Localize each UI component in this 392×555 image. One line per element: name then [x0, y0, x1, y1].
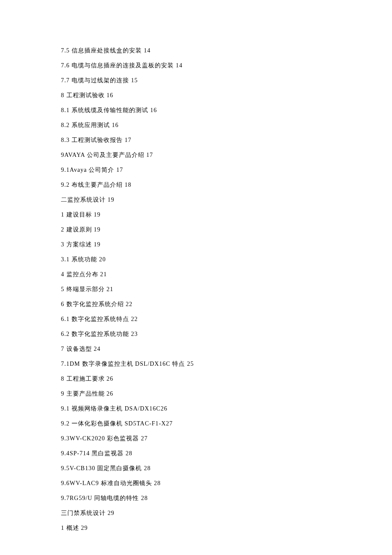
toc-entry: 9.3WV-CK2020 彩色监视器 27: [61, 436, 334, 442]
toc-entry: 6.2 数字化监控系统功能 23: [61, 331, 334, 337]
toc-entry: 7.5 信息插座处接线盒的安装 14: [61, 48, 334, 54]
toc-page: 7.5 信息插座处接线盒的安装 14 7.6 电缆与信息插座的连接及盖板的安装 …: [0, 0, 334, 555]
toc-entry: 1 概述 29: [61, 525, 334, 531]
toc-entry: 8.3 工程测试验收报告 17: [61, 137, 334, 143]
toc-entry: 3.1 系统功能 20: [61, 257, 334, 263]
toc-entry: 7.6 电缆与信息插座的连接及盖板的安装 14: [61, 63, 334, 69]
toc-entry: 1 建设目标 19: [61, 212, 334, 218]
toc-entry: 二监控系统设计 19: [61, 197, 334, 203]
toc-entry: 6 数字化监控系统介绍 22: [61, 301, 334, 307]
toc-entry: 9 主要产品性能 26: [61, 391, 334, 397]
toc-entry: 9.2 布线主要产品介绍 18: [61, 182, 334, 188]
toc-entry: 8 工程测试验收 16: [61, 92, 334, 98]
toc-entry: 9.1 视频网络录像主机 DSA/DX16C26: [61, 406, 334, 412]
toc-entry: 9.7RG59/U 同轴电缆的特性 28: [61, 495, 334, 501]
toc-entry: 9.5V-CB130 固定黑白摄像机 28: [61, 465, 334, 471]
toc-entry: 5 终端显示部分 21: [61, 286, 334, 292]
toc-entry: 7.1DM 数字录像监控主机 DSL/DX16C 特点 25: [61, 361, 334, 367]
toc-entry: 7.7 电缆与过线架的连接 15: [61, 78, 334, 84]
toc-entry: 9.1Avaya 公司简介 17: [61, 167, 334, 173]
toc-entry: 3 方案综述 19: [61, 242, 334, 248]
toc-entry: 9.6WV-LAC9 标准自动光圈镜头 28: [61, 480, 334, 486]
toc-entry: 8.1 系统线缆及传输性能的测试 16: [61, 107, 334, 113]
toc-entry: 8 工程施工要求 26: [61, 376, 334, 382]
toc-entry: 6.1 数字化监控系统特点 22: [61, 316, 334, 322]
toc-entry: 2 建设原则 19: [61, 227, 334, 233]
toc-entry: 9.4SP-714 黑白监视器 28: [61, 451, 334, 457]
toc-entry: 9AVAYA 公司及主要产品介绍 17: [61, 152, 334, 158]
toc-entry: 9.2 一体化彩色摄像机 SD5TAC-F1-X27: [61, 421, 334, 427]
toc-entry: 三门禁系统设计 29: [61, 510, 334, 516]
toc-entry: 7 设备选型 24: [61, 346, 334, 352]
toc-entry: 8.2 系统应用测试 16: [61, 122, 334, 128]
toc-entry: 4 监控点分布 21: [61, 272, 334, 278]
